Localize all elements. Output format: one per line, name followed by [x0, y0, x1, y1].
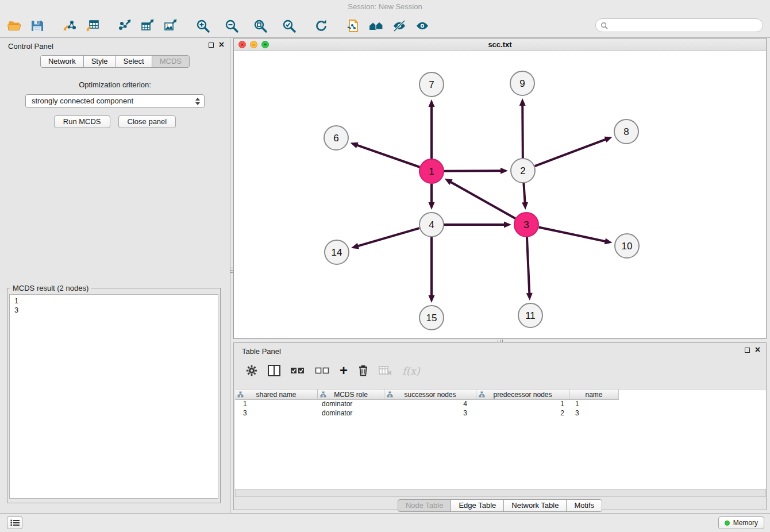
apply-layout-button[interactable]: [311, 16, 331, 36]
graph-node-label: 15: [426, 313, 437, 323]
column-sort-icon: [320, 391, 326, 398]
network-document-icon: [346, 18, 361, 33]
tab-network-table[interactable]: Network Table: [503, 499, 567, 512]
close-table-panel-icon[interactable]: ×: [755, 346, 760, 353]
task-history-button[interactable]: [7, 516, 22, 529]
graph-node-label: 9: [519, 78, 525, 89]
search-icon: [600, 22, 608, 29]
window-title: Session: New Session: [0, 0, 770, 14]
graph-edge-1-2[interactable]: [444, 171, 502, 171]
tab-motifs[interactable]: Motifs: [566, 499, 602, 512]
cell-mcds-role: dominator: [318, 409, 384, 418]
select-all-button[interactable]: [290, 363, 305, 379]
houses-icon: [368, 18, 384, 33]
zoom-out-button[interactable]: [222, 16, 241, 36]
tab-mcds[interactable]: MCDS: [152, 55, 190, 68]
column-label: successor nodes: [404, 391, 456, 399]
graph-node-label: 3: [523, 219, 529, 230]
cell-successor-nodes: 3: [384, 409, 476, 418]
hide-graphics-details-button[interactable]: [390, 16, 409, 36]
gear-icon: [245, 364, 258, 377]
graph-edge-2-3[interactable]: [523, 183, 525, 203]
zoom-selected-button[interactable]: [279, 16, 299, 36]
graph-edge-2-8[interactable]: [535, 139, 607, 166]
table-settings-button[interactable]: [245, 363, 258, 379]
graph-edge-3-1[interactable]: [450, 182, 515, 218]
export-image-button[interactable]: [161, 16, 180, 36]
graph-edge-4-14[interactable]: [357, 228, 419, 246]
minimize-window-button[interactable]: −: [250, 41, 257, 48]
column-header-shared-name[interactable]: shared name: [235, 390, 318, 400]
graph-node-label: 1: [429, 166, 434, 177]
column-header-name[interactable]: name: [569, 390, 619, 400]
search-box[interactable]: [595, 18, 763, 32]
refresh-icon: [314, 18, 329, 33]
function-builder-button[interactable]: f(x): [402, 363, 420, 379]
table-row[interactable]: 1 dominator 4 1 1: [235, 400, 766, 409]
column-header-mcds-role[interactable]: MCDS role: [318, 390, 384, 400]
delete-column-button[interactable]: [357, 363, 369, 379]
select-stepper-icon: [194, 97, 202, 106]
float-panel-icon[interactable]: [209, 43, 214, 48]
tab-edge-table[interactable]: Edge Table: [451, 499, 504, 512]
export-image-icon: [163, 18, 178, 33]
export-table-button[interactable]: [138, 16, 157, 36]
column-label: shared name: [256, 391, 296, 399]
graph-edge-arrowhead: [429, 295, 435, 303]
column-label: name: [585, 391, 602, 399]
tab-network[interactable]: Network: [40, 55, 84, 68]
graph-edge-3-10[interactable]: [539, 228, 606, 242]
open-folder-icon: [7, 18, 22, 33]
network-window-titlebar[interactable]: × − + scc.txt: [234, 38, 766, 51]
close-panel-icon[interactable]: ×: [219, 41, 224, 48]
table-row[interactable]: 3 dominator 3 2 3: [235, 409, 766, 418]
cell-name: 1: [569, 400, 619, 409]
graph-edge-arrowhead: [429, 202, 435, 210]
first-neighbors-button[interactable]: [367, 16, 386, 36]
mcds-result-group: MCDS result (2 nodes) 1 3: [7, 284, 221, 503]
vertical-panel-divider[interactable]: [230, 261, 233, 279]
import-table-button[interactable]: [83, 16, 102, 36]
import-network-button[interactable]: [60, 16, 79, 36]
tab-style[interactable]: Style: [83, 55, 116, 68]
select-all-icon: [290, 367, 305, 375]
optimization-criterion-value: strongly connected component: [32, 97, 133, 105]
graph-edge-1-6[interactable]: [356, 145, 419, 167]
column-header-predecessor-nodes[interactable]: predecessor nodes: [476, 390, 569, 400]
table-horizontal-scrollbar[interactable]: [235, 489, 766, 497]
run-mcds-button[interactable]: Run MCDS: [54, 115, 110, 128]
deselect-all-button[interactable]: [315, 363, 330, 379]
search-input[interactable]: [610, 20, 763, 31]
tab-select[interactable]: Select: [116, 55, 152, 68]
mcds-result-list: 1 3: [9, 294, 218, 499]
delete-table-button[interactable]: [379, 363, 392, 379]
zoom-fit-icon: [253, 18, 268, 33]
zoom-fit-button[interactable]: [251, 16, 270, 36]
save-session-button[interactable]: [28, 16, 47, 36]
open-file-button[interactable]: [5, 16, 24, 36]
graph-node-label: 11: [525, 310, 536, 321]
memory-button[interactable]: Memory: [718, 516, 764, 529]
close-window-button[interactable]: ×: [238, 41, 246, 48]
graph-edge-2-9[interactable]: [522, 105, 523, 158]
zoom-window-button[interactable]: +: [261, 41, 269, 48]
close-panel-button[interactable]: Close panel: [118, 115, 176, 128]
node-table: shared name MCDS role successor nodes pr…: [235, 389, 766, 489]
optimization-criterion-select[interactable]: strongly connected component: [25, 94, 205, 108]
open-network-document-button[interactable]: [344, 16, 363, 36]
zoom-in-button[interactable]: [193, 16, 213, 36]
column-header-successor-nodes[interactable]: successor nodes: [384, 390, 476, 400]
tab-node-table[interactable]: Node Table: [398, 499, 452, 512]
cell-predecessor-nodes: 1: [476, 400, 569, 409]
graph-edge-arrowhead: [519, 98, 526, 106]
table-panel-title: Table Panel: [242, 347, 281, 356]
graph-node-label: 6: [333, 133, 338, 144]
horizontal-panel-divider[interactable]: [492, 339, 508, 342]
add-column-button[interactable]: +: [340, 363, 348, 379]
show-columns-button[interactable]: [268, 363, 280, 379]
float-table-panel-icon[interactable]: [745, 348, 750, 353]
show-graphics-details-button[interactable]: [413, 16, 432, 36]
export-network-button[interactable]: [115, 16, 134, 36]
network-canvas[interactable]: 7968124314101511: [234, 51, 766, 338]
graph-edge-3-11[interactable]: [527, 237, 529, 294]
